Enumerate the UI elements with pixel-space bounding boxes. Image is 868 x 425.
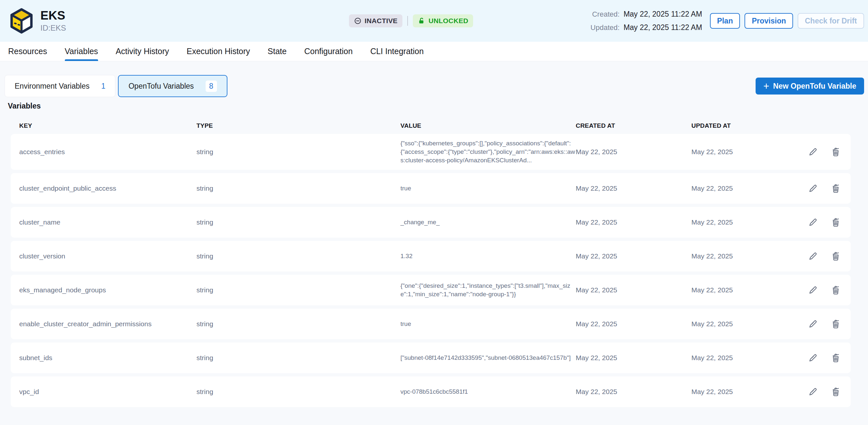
created-value: May 22, 2025 11:22 AM [624,10,702,19]
variable-row: cluster_endpoint_public_access string tr… [11,173,851,204]
variable-count-badge: 1 [101,82,105,91]
delete-variable-button[interactable] [831,387,841,397]
tab-execution-history[interactable]: Execution History [187,42,250,61]
edit-variable-button[interactable] [808,147,818,157]
unlock-icon [418,17,426,25]
column-header: CREATED AT [576,122,691,129]
variable-type-label: Environment Variables [15,82,90,91]
check-for-drift-button[interactable]: Check for Drift [798,13,864,29]
variable-created-at: May 22, 2025 [576,354,691,362]
section-title: Variables [8,102,864,111]
trash-icon [831,285,841,295]
delete-variable-button[interactable] [831,285,841,295]
variable-type: string [196,148,400,156]
variable-created-at: May 22, 2025 [576,252,691,261]
variable-key: access_entries [19,148,196,156]
workspace-header: EKS ID:EKS INACTIVE UNLOCKED [0,0,868,42]
pencil-icon [808,147,818,157]
variable-updated-at: May 22, 2025 [691,354,801,362]
tab-configuration[interactable]: Configuration [304,42,353,61]
variable-type: string [196,184,400,193]
delete-variable-button[interactable] [831,147,841,157]
status-badge-label: UNLOCKED [429,17,468,25]
trash-icon [831,147,841,157]
variable-key: subnet_ids [19,354,196,362]
tab-label: Configuration [304,47,353,56]
variable-created-at: May 22, 2025 [576,218,691,226]
tab-label: CLI Integration [370,47,424,56]
pencil-icon [808,217,818,227]
pencil-icon [808,183,818,193]
plan-button[interactable]: Plan [710,13,740,29]
status-badges: INACTIVE UNLOCKED [349,14,473,27]
variable-created-at: May 22, 2025 [576,388,691,396]
workspace-id: ID:EKS [40,24,66,33]
environment-variables-tab[interactable]: Environment Variables 1 [5,75,115,97]
tab-resources[interactable]: Resources [8,42,47,61]
trash-icon [831,251,841,262]
delete-variable-button[interactable] [831,353,841,363]
header-actions: Plan Provision Check for Drift [710,13,864,29]
variable-value: ["subnet-08f14e7142d333595","subnet-0680… [400,354,576,362]
edit-variable-button[interactable] [808,251,818,262]
variable-created-at: May 22, 2025 [576,286,691,294]
variable-row: subnet_ids string ["subnet-08f14e7142d33… [11,342,851,373]
updated-value: May 22, 2025 11:22 AM [624,23,702,32]
status-badge-inactive: INACTIVE [349,14,402,27]
variable-type: string [196,354,400,362]
variable-key: cluster_endpoint_public_access [19,184,196,193]
variables-toolbar: Environment Variables 1 OpenTofu Variabl… [5,75,864,97]
variable-value: {"sso":{"kubernetes_groups":[],"policy_a… [400,139,576,164]
edit-variable-button[interactable] [808,183,818,193]
table-body: access_entries string {"sso":{"kubernete… [11,134,851,407]
variable-value: {"one":{"desired_size":1,"instance_types… [400,282,576,299]
timestamps: Created: May 22, 2025 11:22 AM Updated: … [585,10,702,32]
tab-state[interactable]: State [268,42,286,61]
trash-icon [831,319,841,329]
variable-count-badge: 8 [206,81,217,92]
pencil-icon [808,353,818,363]
delete-variable-button[interactable] [831,319,841,329]
edit-variable-button[interactable] [808,319,818,329]
variable-row: vpc_id string vpc-078b51c6cbc5581f1 May … [11,376,851,407]
pencil-icon [808,285,818,295]
variable-row: cluster_version string 1.32 May 22, 2025… [11,241,851,272]
delete-variable-button[interactable] [831,251,841,262]
row-actions [801,285,842,295]
edit-variable-button[interactable] [808,217,818,227]
opentofu-variables-tab[interactable]: OpenTofu Variables 8 [118,75,227,97]
provision-button[interactable]: Provision [745,13,793,29]
variable-row: enable_cluster_creator_admin_permissions… [11,309,851,339]
variable-updated-at: May 22, 2025 [691,148,801,156]
tab-activity-history[interactable]: Activity History [116,42,169,61]
row-actions [801,251,842,262]
tab-cli-integration[interactable]: CLI Integration [370,42,424,61]
edit-variable-button[interactable] [808,353,818,363]
tab-variables[interactable]: Variables [65,42,98,61]
variable-value: _change_me_ [400,218,576,226]
header-right: Created: May 22, 2025 11:22 AM Updated: … [585,10,864,32]
updated-label: Updated: [585,24,620,32]
variable-updated-at: May 22, 2025 [691,252,801,261]
page-title: EKS [40,9,66,23]
variable-key: vpc_id [19,388,196,396]
variable-type: string [196,218,400,226]
workspace-cube-logo-icon [8,7,35,34]
variable-row: cluster_name string _change_me_ May 22, … [11,207,851,238]
plus-icon: + [764,81,769,91]
variable-value: true [400,320,576,328]
delete-variable-button[interactable] [831,183,841,193]
tab-label: Resources [8,47,47,56]
status-badge-unlocked: UNLOCKED [413,14,473,27]
variables-content: Environment Variables 1 OpenTofu Variabl… [0,61,868,407]
variable-key: enable_cluster_creator_admin_permissions [19,320,196,328]
delete-variable-button[interactable] [831,217,841,227]
column-header: KEY [19,122,196,129]
variables-table: KEY TYPE VALUE CREATED AT UPDATED AT acc… [11,122,851,407]
new-opentofu-variable-button[interactable]: + New OpenTofu Variable [755,78,864,94]
tab-label: Activity History [116,47,169,56]
variable-type-label: OpenTofu Variables [128,82,193,91]
edit-variable-button[interactable] [808,285,818,295]
row-actions [801,147,842,157]
edit-variable-button[interactable] [808,387,818,397]
